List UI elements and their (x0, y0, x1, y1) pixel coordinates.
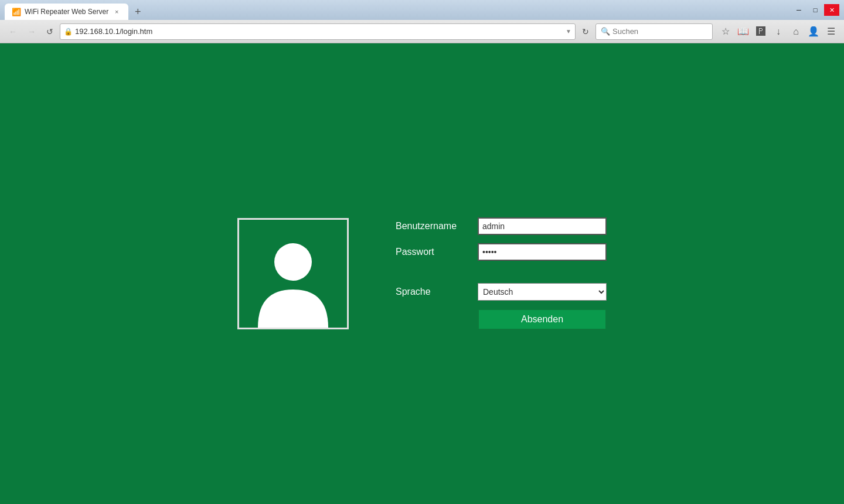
username-input[interactable] (478, 217, 607, 235)
password-input[interactable] (478, 243, 607, 261)
home-icon[interactable]: ⌂ (788, 23, 804, 40)
search-bar[interactable]: 🔍 (595, 23, 713, 40)
address-input[interactable] (75, 27, 563, 36)
page-content: Benutzername Passwort Sprache Deutsch En… (0, 43, 844, 504)
browser-window: 📶 WiFi Repeater Web Server × + ─ □ ✕ ← →… (0, 0, 844, 504)
new-tab-button[interactable]: + (130, 4, 146, 20)
menu-icon[interactable]: ☰ (823, 23, 839, 40)
search-icon: 🔍 (601, 27, 610, 36)
address-dropdown-icon[interactable]: ▼ (566, 28, 571, 35)
reload-button-2[interactable]: ↻ (578, 24, 593, 39)
title-bar: 📶 WiFi Repeater Web Server × + ─ □ ✕ (0, 0, 844, 20)
avatar-box (237, 218, 349, 329)
sync-icon[interactable]: 👤 (805, 23, 822, 40)
username-row: Benutzername (396, 217, 607, 235)
login-container: Benutzername Passwort Sprache Deutsch En… (237, 217, 607, 330)
active-tab[interactable]: 📶 WiFi Repeater Web Server × (5, 4, 128, 20)
wifi-icon: 📶 (12, 8, 21, 16)
forward-button[interactable]: → (23, 23, 40, 40)
nav-bar: ← → ↺ 🔒 ▼ ↻ 🔍 ☆ 📖 🅿 ↓ ⌂ 👤 ☰ (0, 20, 844, 43)
close-button[interactable]: ✕ (824, 4, 839, 16)
password-label: Passwort (396, 247, 466, 257)
bookmark-star-icon[interactable]: ☆ (717, 23, 734, 40)
username-label: Benutzername (396, 221, 466, 231)
tab-title: WiFi Repeater Web Server (25, 8, 108, 16)
ssl-icon: 🔒 (64, 28, 73, 36)
maximize-button[interactable]: □ (808, 4, 823, 16)
download-icon[interactable]: ↓ (770, 23, 787, 40)
window-controls: ─ □ ✕ (791, 4, 839, 16)
minimize-button[interactable]: ─ (791, 4, 806, 16)
search-input[interactable] (612, 27, 711, 36)
pocket-icon[interactable]: 🅿 (753, 23, 769, 40)
password-row: Passwort (396, 243, 607, 261)
language-row: Sprache Deutsch English Français Español (396, 283, 607, 301)
address-bar[interactable]: 🔒 ▼ (60, 23, 576, 40)
language-select[interactable]: Deutsch English Français Español (478, 283, 607, 301)
login-form: Benutzername Passwort Sprache Deutsch En… (396, 217, 607, 330)
toolbar-icons: ☆ 📖 🅿 ↓ ⌂ 👤 ☰ (717, 23, 839, 40)
back-button[interactable]: ← (5, 23, 21, 40)
avatar-icon (252, 234, 334, 328)
tab-close-button[interactable]: × (112, 7, 121, 16)
form-spacer (396, 269, 607, 275)
svg-point-0 (274, 243, 312, 281)
submit-button[interactable]: Absenden (478, 309, 607, 330)
tab-bar: 📶 WiFi Repeater Web Server × + (5, 0, 146, 20)
reload-button[interactable]: ↺ (42, 24, 57, 39)
reading-list-icon[interactable]: 📖 (735, 23, 751, 40)
language-label: Sprache (396, 287, 466, 297)
